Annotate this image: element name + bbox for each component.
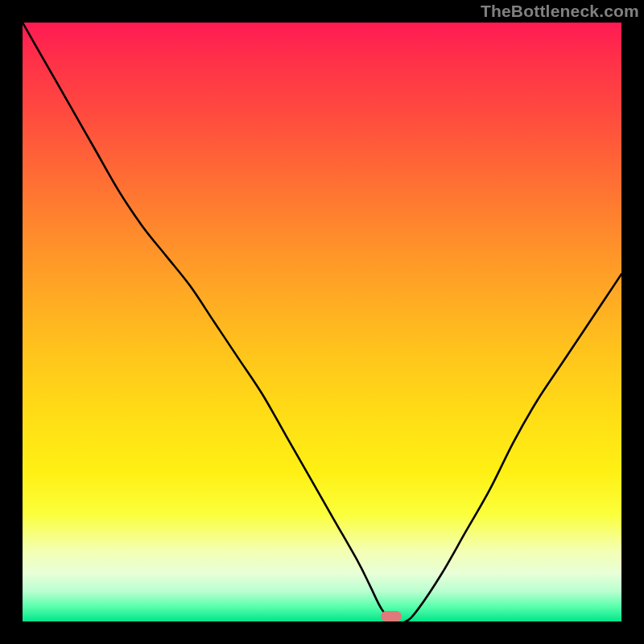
optimal-marker (381, 611, 402, 621)
bottleneck-curve (23, 23, 621, 621)
watermark-label: TheBottleneck.com (481, 2, 639, 21)
plot-area (23, 23, 621, 621)
chart-container: TheBottleneck.com (0, 0, 644, 644)
